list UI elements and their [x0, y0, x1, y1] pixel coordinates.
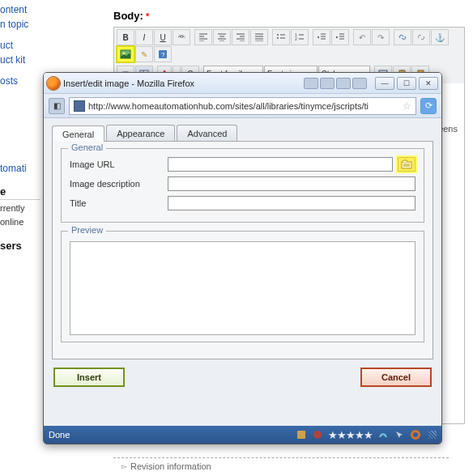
dialog-tabs: General Appearance Advanced: [52, 125, 433, 141]
url-text: http://www.homeautomationhub.com/sites/a…: [88, 101, 369, 111]
tab-appearance[interactable]: Appearance: [106, 125, 175, 141]
underline-button[interactable]: U: [154, 29, 172, 45]
identity-icon[interactable]: ◧: [49, 98, 65, 114]
status-icon[interactable]: [296, 429, 307, 440]
number-list-button[interactable]: 12: [291, 29, 309, 45]
image-title-input[interactable]: [168, 196, 415, 210]
svg-point-0: [277, 34, 279, 36]
firefox-status-icon[interactable]: [410, 429, 421, 440]
fieldset-legend: General: [68, 142, 106, 152]
label-title: Title: [70, 198, 163, 208]
outdent-button[interactable]: [313, 29, 330, 45]
page-icon: [74, 100, 85, 112]
titlebar-widget[interactable]: [336, 78, 351, 89]
minimize-button[interactable]: —: [375, 77, 394, 90]
dialog-content: General Appearance Advanced General Imag…: [44, 118, 441, 426]
svg-point-17: [313, 431, 322, 439]
label-image-url: Image URL: [70, 159, 163, 169]
preview-area: [70, 241, 415, 335]
image-description-input[interactable]: [168, 176, 415, 191]
required-indicator: *: [146, 11, 149, 21]
dialog-buttons: Insert Cancel: [52, 368, 433, 387]
svg-rect-12: [401, 70, 403, 71]
fieldset-legend: Preview: [68, 225, 106, 235]
window-title: Insert/edit image - Mozilla Firefox: [63, 79, 194, 88]
address-bar[interactable]: http://www.homeautomationhub.com/sites/a…: [69, 97, 416, 115]
sidebar-link[interactable]: uct kit: [0, 54, 40, 66]
svg-text:?: ?: [161, 51, 165, 58]
revision-label: Revision information: [130, 461, 211, 471]
insert-image-button[interactable]: [117, 46, 134, 62]
svg-text:2: 2: [295, 36, 297, 41]
body-field-label: Body:: [113, 10, 143, 22]
resize-grip[interactable]: [428, 431, 437, 439]
tab-panel-general: General Image URL Image description Titl…: [52, 141, 433, 359]
sidebar-text: rrently: [0, 202, 40, 214]
sidebar-link[interactable]: ontent: [0, 4, 40, 15]
align-left-button[interactable]: [194, 29, 212, 45]
collapse-icon: ▻: [121, 462, 127, 470]
cleanup-button[interactable]: ✎: [135, 46, 153, 62]
svg-rect-16: [297, 431, 305, 439]
label-image-desc: Image description: [70, 179, 163, 189]
sidebar-link[interactable]: osts: [0, 75, 40, 87]
titlebar-widget[interactable]: [320, 78, 335, 89]
sidebar-link[interactable]: uct: [0, 40, 40, 51]
bullet-list-button[interactable]: [272, 29, 290, 45]
rating-stars[interactable]: ★★★★★: [328, 429, 373, 441]
status-bar: Done ★★★★★: [44, 426, 441, 444]
tab-advanced[interactable]: Advanced: [177, 125, 237, 141]
strike-button[interactable]: ᴬᴮᶜ: [173, 29, 190, 45]
image-url-input[interactable]: [168, 157, 393, 172]
anchor-button[interactable]: ⚓: [431, 29, 449, 45]
browse-image-button[interactable]: [398, 157, 415, 172]
page-sidebar: ontent n topic uct uct kit osts tomati e…: [0, 0, 40, 453]
redo-button[interactable]: ↷: [372, 29, 390, 45]
help-button[interactable]: ?: [154, 46, 172, 62]
svg-point-1: [277, 37, 279, 39]
align-justify-button[interactable]: [250, 29, 268, 45]
revision-info-toggle[interactable]: ▻ Revision information: [121, 461, 211, 471]
close-button[interactable]: ✕: [419, 77, 438, 90]
status-icon[interactable]: [377, 429, 389, 440]
italic-button[interactable]: I: [135, 29, 153, 45]
unlink-button[interactable]: [412, 29, 430, 45]
sidebar-users-heading: sers: [0, 240, 40, 252]
cancel-button[interactable]: Cancel: [360, 368, 432, 387]
toolbar-row-1: B I U ᴬᴮᶜ 12 ↶ ↷ ⚓ ✎ ?: [114, 28, 464, 64]
undo-button[interactable]: ↶: [353, 29, 371, 45]
fieldset-general: General Image URL Image description Titl…: [61, 148, 424, 223]
sidebar-text: online: [0, 216, 40, 227]
align-center-button[interactable]: [213, 29, 231, 45]
svg-point-19: [413, 432, 418, 437]
bookmark-star-icon[interactable]: ☆: [403, 100, 411, 112]
sidebar-link[interactable]: tomati: [0, 163, 40, 174]
window-titlebar[interactable]: Insert/edit image - Mozilla Firefox — ☐ …: [44, 73, 441, 94]
status-text: Done: [49, 430, 70, 440]
status-icon[interactable]: [394, 429, 405, 440]
titlebar-widget[interactable]: [304, 78, 318, 89]
status-icon[interactable]: [312, 429, 323, 440]
fieldset-preview: Preview: [61, 231, 424, 342]
divider: [113, 457, 449, 458]
indent-button[interactable]: [331, 29, 349, 45]
firefox-icon: [47, 77, 60, 90]
maximize-button[interactable]: ☐: [397, 77, 416, 90]
reload-button[interactable]: ⟳: [420, 98, 437, 114]
insert-image-dialog: Insert/edit image - Mozilla Firefox — ☐ …: [43, 72, 442, 444]
titlebar-widget[interactable]: [352, 78, 367, 89]
link-button[interactable]: [394, 29, 411, 45]
sidebar-link[interactable]: n topic: [0, 19, 40, 30]
sidebar-heading: e: [0, 185, 40, 200]
address-bar-row: ◧ http://www.homeautomationhub.com/sites…: [44, 94, 441, 118]
tab-general[interactable]: General: [52, 125, 104, 142]
insert-button[interactable]: Insert: [53, 368, 125, 387]
bold-button[interactable]: B: [117, 29, 134, 45]
svg-rect-15: [402, 162, 411, 168]
align-right-button[interactable]: [232, 29, 249, 45]
